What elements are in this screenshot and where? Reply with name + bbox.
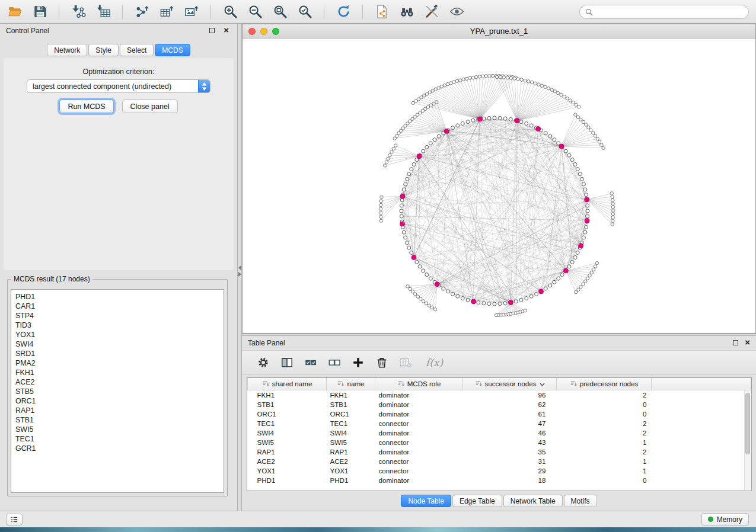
eye-icon[interactable]	[445, 2, 468, 21]
mcds-result-item[interactable]: ACE2	[15, 377, 224, 387]
mcds-result-item[interactable]: STP4	[15, 311, 224, 321]
table-cell[interactable]: PHD1	[248, 475, 327, 485]
table-scrollbar[interactable]	[744, 390, 751, 490]
zoom-in-icon[interactable]	[219, 2, 241, 21]
table-row[interactable]: ACE2ACE2connector311	[248, 456, 751, 466]
table-cell[interactable]: connector	[375, 466, 463, 475]
tab-style[interactable]: Style	[88, 44, 119, 56]
table-row[interactable]: RAP1RAP1dominator352	[248, 447, 751, 456]
new-network-icon[interactable]	[130, 2, 153, 21]
table-cell[interactable]: ORC1	[248, 409, 327, 418]
layout-refresh-icon[interactable]	[332, 2, 355, 21]
table-cell[interactable]: 96	[463, 390, 557, 399]
select-all-columns-icon[interactable]	[301, 354, 320, 372]
table-row[interactable]: SWI4SWI4dominator462	[248, 428, 751, 437]
run-mcds-button[interactable]: Run MCDS	[59, 100, 113, 113]
function-builder-icon[interactable]: f(x)	[426, 357, 443, 368]
table-cell[interactable]: STB1	[248, 399, 327, 409]
table-cell[interactable]: STB1	[327, 399, 375, 409]
table-cell[interactable]: 2	[557, 390, 652, 399]
splitter-collapse-icons[interactable]	[238, 265, 241, 278]
network-canvas[interactable]	[243, 39, 755, 333]
table-cell[interactable]: 2	[557, 428, 652, 437]
table-cell[interactable]: dominator	[375, 475, 463, 485]
mcds-result-item[interactable]: RAP1	[15, 406, 224, 415]
table-tab-edge-table[interactable]: Edge Table	[452, 495, 502, 507]
zoom-selected-icon[interactable]	[294, 2, 316, 21]
table-cell[interactable]: TEC1	[248, 418, 327, 428]
float-panel-icon[interactable]	[209, 28, 215, 33]
mcds-result-item[interactable]: ORC1	[15, 396, 224, 406]
binoculars-icon[interactable]	[395, 2, 418, 21]
table-cell[interactable]: 61	[463, 409, 557, 418]
search-input[interactable]	[596, 8, 743, 16]
table-cell[interactable]: ORC1	[327, 409, 375, 418]
table-cell[interactable]: 18	[463, 475, 557, 485]
table-cell[interactable]: connector	[375, 456, 463, 466]
mcds-result-item[interactable]: PHD1	[15, 292, 224, 302]
mcds-result-item[interactable]: PMA2	[15, 358, 224, 368]
import-network-icon[interactable]	[67, 2, 90, 21]
tab-network[interactable]: Network	[47, 44, 87, 56]
close-panel-button[interactable]: Close panel	[122, 100, 178, 113]
table-cell[interactable]: dominator	[375, 428, 463, 437]
table-tab-node-table[interactable]: Node Table	[401, 495, 451, 507]
column-header-predecessor-nodes[interactable]: predecessor nodes	[557, 378, 652, 390]
table-cell[interactable]: 1	[557, 456, 652, 466]
table-cell[interactable]: 0	[557, 399, 652, 409]
table-cell[interactable]: dominator	[375, 447, 463, 456]
table-cell[interactable]: 62	[463, 399, 557, 409]
add-column-icon[interactable]	[349, 354, 367, 372]
table-cell[interactable]: ACE2	[248, 456, 327, 466]
import-table-icon[interactable]	[92, 2, 114, 21]
table-row[interactable]: STB1STB1dominator620	[248, 399, 751, 409]
close-table-panel-icon[interactable]: ×	[745, 337, 750, 348]
table-cell[interactable]: FKH1	[327, 390, 375, 399]
table-cell[interactable]: 35	[463, 447, 557, 456]
table-cell[interactable]: dominator	[375, 409, 463, 418]
table-cell[interactable]: YOX1	[327, 466, 375, 475]
table-cell[interactable]: SWI5	[327, 437, 375, 447]
delete-column-icon[interactable]	[372, 354, 391, 372]
memory-button[interactable]: Memory	[701, 513, 749, 525]
table-cell[interactable]: SWI4	[248, 428, 327, 437]
criterion-dropdown[interactable]: largest connected component (undirected)	[27, 79, 210, 93]
mcds-result-item[interactable]: STB1	[15, 415, 224, 425]
table-cell[interactable]: RAP1	[248, 447, 327, 456]
table-cell[interactable]: RAP1	[327, 447, 375, 456]
close-panel-icon[interactable]: ×	[224, 25, 229, 36]
table-cell[interactable]: ACE2	[327, 456, 375, 466]
mcds-result-item[interactable]: TID3	[15, 321, 224, 330]
delete-table-icon[interactable]	[396, 354, 414, 372]
column-header-shared-name[interactable]: shared name	[248, 378, 327, 390]
table-cell[interactable]: SWI4	[327, 428, 375, 437]
table-cell[interactable]: 0	[557, 475, 652, 485]
mcds-result-item[interactable]: FKH1	[15, 368, 224, 377]
vertical-splitter[interactable]	[237, 24, 242, 511]
open-session-icon[interactable]	[4, 2, 26, 21]
deselect-all-columns-icon[interactable]	[325, 354, 343, 372]
search-field[interactable]	[579, 5, 749, 19]
mcds-result-item[interactable]: YOX1	[15, 330, 224, 339]
table-cell[interactable]: dominator	[375, 399, 463, 409]
mcds-result-item[interactable]: TEC1	[15, 434, 224, 444]
table-cell[interactable]: SWI5	[248, 437, 327, 447]
table-cell[interactable]: 46	[463, 428, 557, 437]
panel-list-button[interactable]	[6, 514, 23, 525]
new-table-icon[interactable]	[155, 2, 178, 21]
export-image-icon[interactable]	[180, 2, 203, 21]
mcds-result-list[interactable]: PHD1CAR1STP4TID3YOX1SWI4SRD1PMA2FKH1ACE2…	[11, 289, 224, 493]
mcds-result-item[interactable]: SWI5	[15, 425, 224, 434]
table-cell[interactable]: YOX1	[248, 466, 327, 475]
table-cell[interactable]: 2	[557, 447, 652, 456]
table-scrollbar-thumb[interactable]	[745, 393, 750, 454]
mcds-result-item[interactable]: SWI4	[15, 339, 224, 349]
tab-mcds[interactable]: MCDS	[155, 44, 190, 56]
table-cell[interactable]: dominator	[375, 390, 463, 399]
table-row[interactable]: TEC1TEC1connector472	[248, 418, 751, 428]
network-window-titlebar[interactable]: YPA_prune.txt_1	[243, 24, 755, 39]
mcds-result-item[interactable]: CAR1	[15, 302, 224, 311]
column-header-name[interactable]: name	[327, 378, 375, 390]
table-cell[interactable]: 31	[463, 456, 557, 466]
table-cell[interactable]: 1	[557, 466, 652, 475]
